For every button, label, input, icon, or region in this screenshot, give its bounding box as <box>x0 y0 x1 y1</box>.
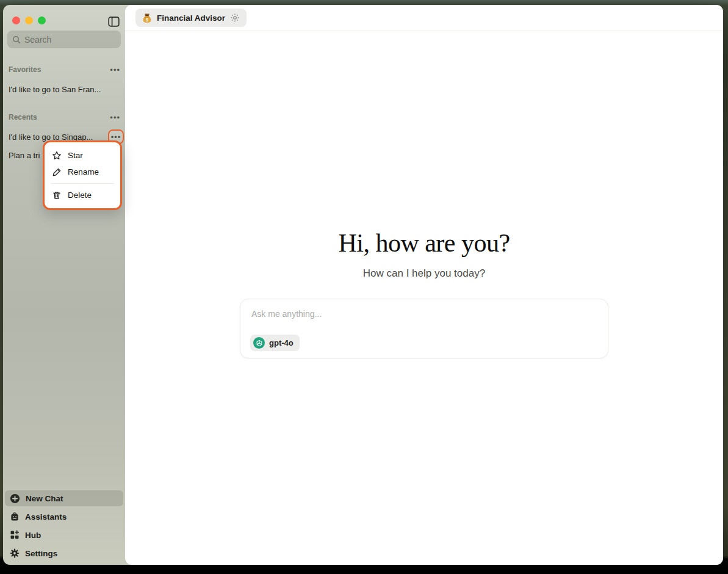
tab-label: Financial Advisor <box>157 13 225 23</box>
rename-pencil-icon <box>52 167 62 177</box>
recents-section-header: Recents ••• <box>9 113 120 122</box>
minimize-window-button[interactable] <box>25 16 33 24</box>
hub-grid-plus-icon <box>10 530 20 540</box>
openai-logo-icon <box>253 337 265 349</box>
assistants-robot-icon <box>10 512 20 522</box>
menu-item-delete[interactable]: Delete <box>45 187 120 203</box>
hero-title: Hi, how are you? <box>125 229 723 257</box>
favorites-more-icon[interactable]: ••• <box>110 66 120 74</box>
tab-bar: $ Financial Advisor <box>125 5 723 31</box>
menu-item-star[interactable]: Star <box>45 147 120 164</box>
sidebar-item-label: Hub <box>25 531 41 540</box>
main-panel: $ Financial Advisor Hi, how are you? How… <box>125 5 723 565</box>
recents-more-icon[interactable]: ••• <box>110 114 120 122</box>
model-selector[interactable]: gpt-4o <box>250 335 300 351</box>
zoom-window-button[interactable] <box>38 16 46 24</box>
hero-subtitle: How can I help you today? <box>125 267 723 280</box>
model-name-label: gpt-4o <box>269 338 294 347</box>
money-bag-icon: $ <box>142 13 152 23</box>
chat-item-san-francisco[interactable]: I'd like to go to San Fran... <box>9 85 115 94</box>
tab-settings-gear-icon[interactable] <box>230 13 240 23</box>
favorites-label: Favorites <box>9 65 41 74</box>
trash-icon <box>52 191 62 200</box>
app-window: Favorites ••• I'd like to go to San Fran… <box>3 5 723 565</box>
menu-divider <box>51 183 114 184</box>
ellipsis-icon: ••• <box>111 133 121 141</box>
prompt-input[interactable] <box>240 299 608 331</box>
sidebar-item-hub[interactable]: Hub <box>5 527 123 543</box>
sidebar-item-label: Assistants <box>25 512 67 521</box>
search-input[interactable] <box>24 35 135 45</box>
window-controls <box>12 16 46 24</box>
recents-label: Recents <box>9 113 37 122</box>
sidebar: Favorites ••• I'd like to go to San Fran… <box>3 5 125 565</box>
sidebar-item-assistants[interactable]: Assistants <box>5 509 123 525</box>
prompt-input-card: gpt-4o <box>240 299 608 358</box>
sidebar-toggle-icon[interactable] <box>107 15 120 27</box>
menu-item-label: Delete <box>68 191 92 200</box>
sidebar-item-new-chat[interactable]: New Chat <box>5 490 123 506</box>
welcome-hero: Hi, how are you? How can I help you toda… <box>125 229 723 280</box>
sidebar-item-label: Settings <box>25 549 57 558</box>
tab-financial-advisor[interactable]: $ Financial Advisor <box>135 9 247 27</box>
menu-item-rename[interactable]: Rename <box>45 164 120 180</box>
chat-item-context-menu: Star Rename <box>43 140 122 210</box>
search-icon <box>12 35 21 44</box>
sidebar-item-label: New Chat <box>26 494 63 503</box>
search-box[interactable] <box>7 31 121 48</box>
star-icon <box>52 151 62 161</box>
menu-item-label: Rename <box>68 167 99 176</box>
settings-gear-icon <box>10 548 20 558</box>
sidebar-item-settings[interactable]: Settings <box>5 545 123 561</box>
favorites-section-header: Favorites ••• <box>9 65 120 74</box>
new-chat-plus-icon <box>10 493 20 504</box>
menu-item-label: Star <box>68 151 83 160</box>
close-window-button[interactable] <box>12 16 20 24</box>
